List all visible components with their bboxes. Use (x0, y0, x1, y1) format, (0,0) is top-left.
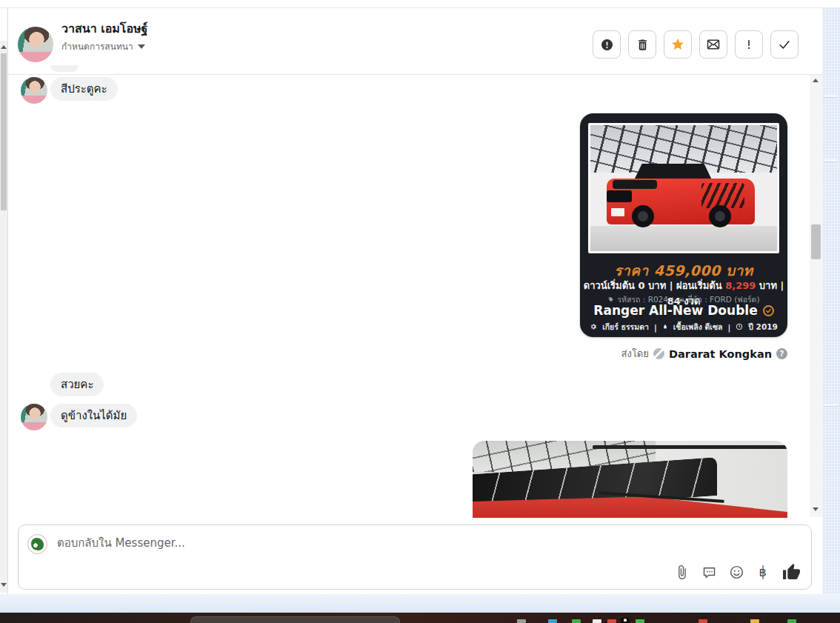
mark-important-button[interactable] (735, 30, 763, 59)
ceiling-beam (593, 445, 788, 449)
scrollbar-thumb[interactable] (1, 53, 7, 210)
taskbar-penguin-icon[interactable] (621, 618, 630, 623)
message-avatar[interactable] (21, 404, 47, 430)
taskbar-app-icon[interactable] (548, 619, 557, 623)
star-icon (670, 37, 685, 52)
showroom-floor (590, 226, 777, 251)
contact-avatar[interactable] (18, 27, 53, 62)
report-button[interactable] (593, 30, 621, 59)
conversation-list-divider (7, 7, 8, 594)
taskbar-app-icon[interactable] (517, 619, 526, 623)
taskbar-app-icon[interactable] (787, 619, 796, 623)
contact-name: วาสนา เอมโอษฐ์ (61, 19, 147, 38)
message-bubble[interactable]: สีประตูคะ (50, 77, 118, 101)
taskbar-app-icon[interactable] (636, 619, 644, 623)
follow-up-button[interactable] (664, 30, 692, 59)
model-name: Ranger All-New Double (593, 303, 757, 318)
check-icon (777, 37, 792, 52)
panel-edge-divider (824, 159, 839, 161)
business-inbox-window: วาสนา เอมโอษฐ์ กำหนดการสนทนา (0, 0, 840, 623)
front-wheel (632, 205, 654, 227)
attach-icon[interactable] (674, 564, 690, 580)
composer-actions: B (674, 563, 801, 582)
header-divider (8, 74, 822, 75)
message-bubble[interactable]: สวยคะ (50, 373, 104, 396)
sent-by-label: ส่งโดย (621, 346, 649, 362)
message-avatar[interactable] (21, 77, 47, 104)
gear-icon (590, 323, 597, 332)
car-specs-line: เกียร์ ธรรมดา | เชื้อเพลิง ดีเซล | ปี 20… (580, 321, 787, 333)
truck-grille (607, 190, 632, 202)
chat-header: วาสนา เอมโอษฐ์ กำหนดการสนทนา (8, 8, 822, 74)
schedule-label: กำหนดการสนทนา (61, 39, 133, 53)
page-logo-avatar (27, 534, 47, 554)
separator: | (654, 323, 657, 332)
panel-edge-divider (824, 95, 839, 97)
envelope-icon (706, 37, 721, 52)
rear-wheel (709, 205, 731, 227)
car-photo[interactable] (588, 123, 779, 253)
fuel-drop-icon (662, 323, 668, 332)
car-photo-attachment[interactable] (473, 441, 787, 518)
taskbar-app-icon[interactable] (607, 619, 616, 623)
panel-edge-divider (824, 404, 839, 406)
car-model-line: Ranger All-New Double (580, 303, 787, 318)
mark-done-button[interactable] (770, 30, 799, 59)
emoji-icon[interactable] (729, 564, 744, 580)
pencil-badge-icon (653, 348, 664, 359)
year-spec: ปี 2019 (748, 321, 778, 333)
right-panel-edge (822, 7, 840, 594)
trash-icon (636, 38, 650, 52)
exclamation-circle-icon (600, 38, 614, 52)
delete-button[interactable] (628, 30, 656, 59)
message-bubble[interactable]: ดูข้างในได้มัย (50, 404, 137, 427)
exclamation-icon (742, 38, 756, 51)
reply-composer[interactable]: B (18, 524, 812, 590)
taskbar-app-icon[interactable] (750, 619, 759, 623)
taskbar-app-icon[interactable] (699, 619, 707, 623)
os-taskbar[interactable] (0, 613, 840, 623)
clipped-message-bubble (50, 65, 79, 72)
truck-hood (613, 180, 657, 189)
page-logo-glyph (31, 538, 44, 550)
car-listing-card[interactable]: ราคา 459,000 บาท ดาวน์เริ่มต้น 0 บาท | ผ… (580, 113, 787, 337)
reply-input[interactable] (57, 536, 576, 550)
conversation-schedule-dropdown[interactable]: กำหนดการสนทนา (61, 39, 145, 53)
page-background-strip (0, 594, 840, 613)
chat-scrollbar[interactable] (810, 75, 822, 517)
taskbar-app-icon[interactable] (593, 619, 601, 623)
sender-name: Dararat Kongkan (669, 348, 772, 360)
finance-highlight: 8,299 (725, 280, 756, 291)
sent-by-row: ส่งโดย Dararat Kongkan ? (621, 346, 787, 362)
mark-unread-button[interactable] (699, 30, 727, 59)
scroll-up-icon[interactable] (1, 45, 7, 49)
scroll-up-icon[interactable] (813, 79, 819, 82)
chevron-down-icon (138, 44, 145, 49)
conversation-list-scrollbar[interactable] (0, 41, 7, 593)
conversation-toolbar (593, 30, 799, 59)
payment-baht-icon[interactable]: B (756, 564, 770, 580)
saved-replies-icon[interactable] (701, 564, 717, 580)
truck-decal (701, 183, 744, 208)
like-icon[interactable] (782, 563, 801, 582)
license-plate (611, 208, 624, 216)
scroll-down-icon[interactable] (813, 507, 819, 511)
separator: | (727, 323, 730, 332)
taskbar-app-icon[interactable] (572, 619, 581, 623)
gear-spec: เกียร์ ธรรมดา (602, 321, 649, 333)
fuel-spec: เชื้อเพลิง ดีเซล (673, 321, 723, 333)
clock-icon (736, 323, 743, 332)
scrollbar-thumb[interactable] (811, 224, 821, 259)
taskbar-search-box[interactable] (190, 616, 400, 623)
help-icon[interactable]: ? (776, 348, 787, 359)
scroll-down-icon[interactable] (1, 583, 7, 587)
check-circle-icon (763, 305, 774, 316)
finance-prefix: ดาวน์เริ่มต้น 0 บาท | ผ่อนเริ่มต้น (584, 280, 725, 291)
